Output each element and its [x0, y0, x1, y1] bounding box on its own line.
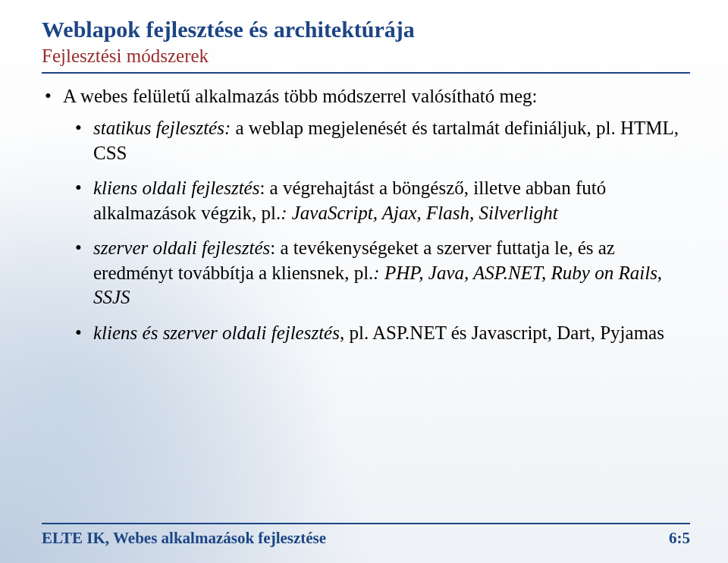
subbullet-lead: kliens és szerver oldali fejlesztés [93, 322, 340, 343]
subbullet-lead: szerver oldali fejlesztés [93, 237, 270, 258]
footer-page-number: 6:5 [669, 529, 690, 548]
slide-title: Weblapok fejlesztése és architektúrája [42, 17, 690, 43]
slide-footer: ELTE IK, Webes alkalmazások fejlesztése … [42, 523, 690, 548]
footer-left: ELTE IK, Webes alkalmazások fejlesztése [42, 529, 326, 548]
slide-content: A webes felületű alkalmazás több módszer… [42, 84, 690, 346]
subbullet-tail: : JavaScript, Ajax, Flash, Silverlight [281, 203, 557, 223]
bullet-intro: A webes felületű alkalmazás több módszer… [60, 84, 690, 346]
subbullet-rest: , pl. ASP.NET és Javascript, Dart, Pyjam… [340, 322, 664, 343]
subbullet-client: kliens oldali fejlesztés: a végrehajtást… [90, 176, 690, 225]
title-divider [42, 72, 690, 74]
subbullet-lead: kliens oldali fejlesztés [93, 178, 259, 198]
slide-subtitle: Fejlesztési módszerek [42, 45, 690, 68]
bullet-intro-text: A webes felületű alkalmazás több módszer… [63, 86, 538, 106]
footer-divider [42, 523, 690, 524]
subbullet-static: statikus fejlesztés: a weblap megjelenés… [90, 116, 690, 165]
subbullet-both: kliens és szerver oldali fejlesztés, pl.… [90, 321, 690, 346]
subbullet-lead: statikus fejlesztés: [93, 118, 231, 138]
subbullet-server: szerver oldali fejlesztés: a tevékenység… [90, 236, 690, 310]
